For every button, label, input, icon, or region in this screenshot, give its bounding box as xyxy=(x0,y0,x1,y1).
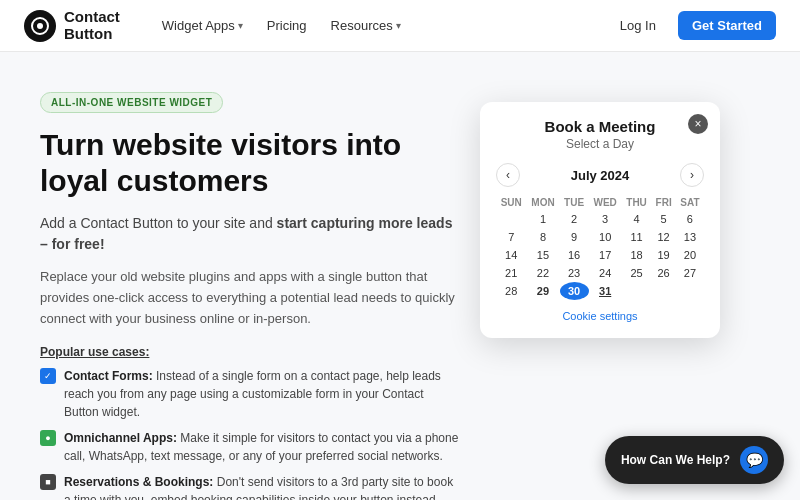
calendar-day[interactable]: 9 xyxy=(560,228,589,246)
calendar-day[interactable]: 10 xyxy=(589,228,622,246)
logo-text: Contact Button xyxy=(64,9,120,42)
calendar-day[interactable]: 5 xyxy=(651,210,675,228)
calendar-day[interactable]: 14 xyxy=(496,246,526,264)
use-case-omnichannel: ● Omnichannel Apps: Make it simple for v… xyxy=(40,429,460,465)
calendar-week-row: 21222324252627 xyxy=(496,264,704,282)
calendar-day[interactable]: 8 xyxy=(526,228,559,246)
calendar-subtitle: Select a Day xyxy=(496,137,704,151)
hero-content: All-in-one website widget Turn website v… xyxy=(40,92,460,500)
calendar-day[interactable]: 12 xyxy=(651,228,675,246)
calendar-day[interactable]: 18 xyxy=(622,246,652,264)
hero-subtitle: Add a Contact Button to your site and st… xyxy=(40,213,460,255)
calendar-prev-button[interactable]: ‹ xyxy=(496,163,520,187)
omnichannel-icon: ● xyxy=(40,430,56,446)
calendar-day[interactable]: 30 xyxy=(560,282,589,300)
hero-description: Replace your old website plugins and app… xyxy=(40,267,460,329)
calendar-day[interactable]: 17 xyxy=(589,246,622,264)
calendar-header-row: SUN MON TUE WED THU FRI SAT xyxy=(496,195,704,210)
calendar-body: 1234567891011121314151617181920212223242… xyxy=(496,210,704,300)
nav-widget-apps[interactable]: Widget Apps ▾ xyxy=(152,12,253,39)
calendar-widget: × Book a Meeting Select a Day ‹ July 202… xyxy=(480,102,720,338)
reservations-icon: ■ xyxy=(40,474,56,490)
calendar-day[interactable]: 21 xyxy=(496,264,526,282)
calendar-day[interactable]: 29 xyxy=(526,282,559,300)
calendar-week-row: 28293031 xyxy=(496,282,704,300)
calendar-day[interactable]: 16 xyxy=(560,246,589,264)
calendar-month: July 2024 xyxy=(571,168,630,183)
nav-resources[interactable]: Resources ▾ xyxy=(321,12,411,39)
cookie-settings-link[interactable]: Cookie settings xyxy=(496,310,704,322)
calendar-day xyxy=(496,210,526,228)
help-label: How Can We Help? xyxy=(621,453,730,467)
hero-title: Turn website visitors into loyal custome… xyxy=(40,127,460,199)
calendar-title: Book a Meeting xyxy=(496,118,704,135)
contact-forms-icon: ✓ xyxy=(40,368,56,384)
day-header-wed: WED xyxy=(589,195,622,210)
calendar-day[interactable]: 26 xyxy=(651,264,675,282)
navbar-actions: Log In Get Started xyxy=(610,11,776,40)
day-header-thu: THU xyxy=(622,195,652,210)
calendar-day[interactable]: 25 xyxy=(622,264,652,282)
nav-pricing[interactable]: Pricing xyxy=(257,12,317,39)
use-case-forms: ✓ Contact Forms: Instead of a single for… xyxy=(40,367,460,421)
calendar-grid: SUN MON TUE WED THU FRI SAT 123456789101… xyxy=(496,195,704,300)
calendar-next-button[interactable]: › xyxy=(680,163,704,187)
logo-icon xyxy=(24,10,56,42)
use-cases-list: ✓ Contact Forms: Instead of a single for… xyxy=(40,367,460,500)
day-header-tue: TUE xyxy=(560,195,589,210)
calendar-day[interactable]: 3 xyxy=(589,210,622,228)
navbar: Contact Button Widget Apps ▾ Pricing Res… xyxy=(0,0,800,52)
calendar-day[interactable]: 28 xyxy=(496,282,526,300)
calendar-week-row: 14151617181920 xyxy=(496,246,704,264)
calendar-week-row: 78910111213 xyxy=(496,228,704,246)
day-header-sat: SAT xyxy=(676,195,704,210)
hero-badge: All-in-one website widget xyxy=(40,92,223,113)
calendar-day[interactable]: 24 xyxy=(589,264,622,282)
calendar-day[interactable]: 1 xyxy=(526,210,559,228)
calendar-day[interactable]: 4 xyxy=(622,210,652,228)
calendar-day[interactable]: 13 xyxy=(676,228,704,246)
popular-use-cases-label: Popular use cases: xyxy=(40,345,460,359)
get-started-button[interactable]: Get Started xyxy=(678,11,776,40)
svg-point-1 xyxy=(37,23,43,29)
calendar-day[interactable]: 6 xyxy=(676,210,704,228)
calendar-week-row: 123456 xyxy=(496,210,704,228)
calendar-day xyxy=(622,282,652,300)
calendar-day[interactable]: 23 xyxy=(560,264,589,282)
chevron-down-icon: ▾ xyxy=(238,20,243,31)
chevron-down-icon: ▾ xyxy=(396,20,401,31)
day-header-mon: MON xyxy=(526,195,559,210)
hero-section: All-in-one website widget Turn website v… xyxy=(0,52,800,500)
calendar-day[interactable]: 27 xyxy=(676,264,704,282)
calendar-day[interactable]: 19 xyxy=(651,246,675,264)
calendar-day[interactable]: 15 xyxy=(526,246,559,264)
calendar-close-button[interactable]: × xyxy=(688,114,708,134)
calendar-day[interactable]: 11 xyxy=(622,228,652,246)
calendar-day[interactable]: 20 xyxy=(676,246,704,264)
help-chat-icon: 💬 xyxy=(740,446,768,474)
day-header-fri: FRI xyxy=(651,195,675,210)
login-button[interactable]: Log In xyxy=(610,12,666,39)
use-case-reservations: ■ Reservations & Bookings: Don't send vi… xyxy=(40,473,460,500)
day-header-sun: SUN xyxy=(496,195,526,210)
logo[interactable]: Contact Button xyxy=(24,9,120,42)
calendar-day[interactable]: 31 xyxy=(589,282,622,300)
calendar-day xyxy=(676,282,704,300)
calendar-day[interactable]: 22 xyxy=(526,264,559,282)
calendar-day[interactable]: 2 xyxy=(560,210,589,228)
nav-links: Widget Apps ▾ Pricing Resources ▾ xyxy=(152,12,610,39)
calendar-day xyxy=(651,282,675,300)
calendar-day[interactable]: 7 xyxy=(496,228,526,246)
calendar-nav: ‹ July 2024 › xyxy=(496,163,704,187)
help-widget-button[interactable]: How Can We Help? 💬 xyxy=(605,436,784,484)
